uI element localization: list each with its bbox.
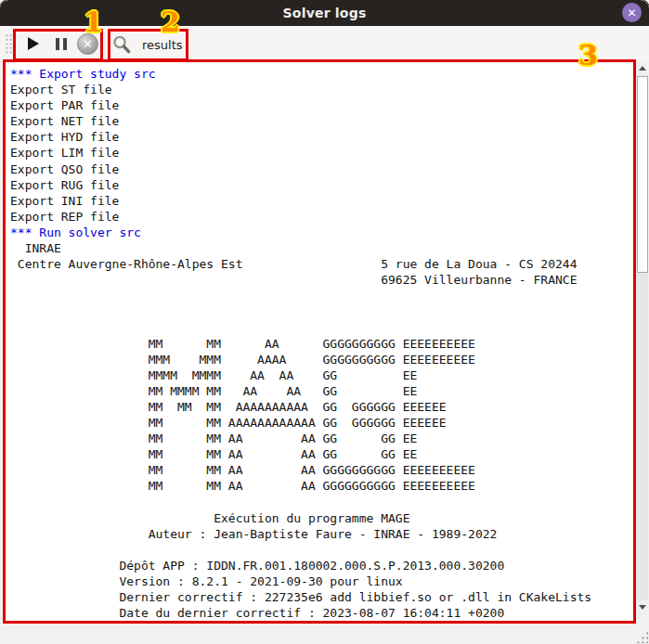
scrollbar-thumb[interactable] [637,76,648,273]
annotation-number-1: 1 [84,8,103,36]
window-title: Solver logs [283,6,367,20]
toolbar-drag-handle-icon[interactable] [5,33,13,55]
log-scrollbar[interactable] [637,61,648,614]
annotation-number-2: 2 [161,8,180,36]
solver-logs-window: Solver logs ✕ ✕ results *** Export study… [0,0,649,644]
close-icon: ✕ [627,7,636,19]
resize-grip[interactable] [635,630,648,643]
scroll-up-button[interactable] [637,61,648,75]
arrow-up-icon [639,66,646,71]
scroll-down-button[interactable] [637,600,648,614]
arrow-down-icon [639,605,646,610]
close-button[interactable]: ✕ [622,3,642,22]
annotation-box-3 [3,59,636,624]
annotation-number-3: 3 [578,42,598,70]
